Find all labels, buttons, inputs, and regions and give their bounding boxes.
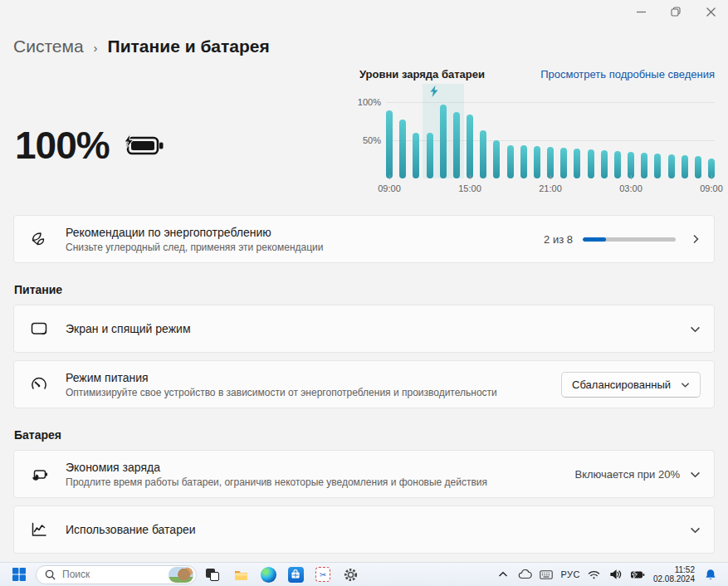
power-mode-gauge-icon	[29, 374, 49, 394]
recommendations-progress-label: 2 из 8	[544, 233, 573, 246]
breadcrumb-system[interactable]: Система	[13, 37, 84, 56]
edge-browser-button[interactable]	[257, 564, 279, 585]
x-axis-label: 21:00	[539, 183, 562, 193]
x-axis-label: 15:00	[458, 183, 481, 193]
recommendations-subtitle: Снизьте углеродный след, применяя эти ре…	[66, 242, 534, 253]
battery-level-bar	[427, 133, 433, 178]
taskbar-search[interactable]	[36, 565, 197, 584]
recommendations-title: Рекомендации по энергопотреблению	[66, 226, 534, 239]
battery-level-bar	[413, 133, 419, 178]
screen-sleep-title: Экран и спящий режим	[66, 322, 680, 335]
x-axis-label: 09:00	[378, 183, 401, 193]
battery-summary: 100%	[13, 63, 359, 188]
battery-level-bar	[386, 110, 393, 178]
view-details-link[interactable]: Просмотреть подробные сведения	[540, 68, 715, 81]
chart-title: Уровни заряда батареи	[359, 68, 485, 81]
screen-sleep-card[interactable]: Экран и спящий режим	[13, 305, 715, 353]
page-title: Питание и батарея	[108, 37, 270, 56]
search-icon	[45, 569, 56, 580]
breadcrumb: Система › Питание и батарея	[13, 37, 715, 56]
battery-level-bar	[695, 156, 701, 178]
start-button[interactable]	[8, 564, 30, 585]
touch-keyboard-icon[interactable]	[537, 564, 555, 585]
battery-level-bar	[682, 155, 688, 178]
battery-level-bar	[480, 130, 486, 178]
chevron-right-icon	[691, 234, 701, 244]
battery-chart-plot: 09:0015:0021:0003:0009:00	[386, 102, 715, 178]
battery-level-bar	[399, 120, 406, 178]
system-tray: РУС 11:52 02.08.2024	[494, 564, 720, 585]
battery-level-bar	[641, 153, 647, 178]
battery-level-bar	[467, 115, 473, 178]
tray-battery-charging-icon[interactable]	[628, 564, 647, 585]
battery-charging-icon	[121, 133, 164, 158]
restore-button[interactable]	[658, 0, 693, 23]
battery-percent: 100%	[15, 123, 110, 168]
energy-recommendations-card[interactable]: Рекомендации по энергопотреблению Снизьт…	[13, 215, 715, 263]
power-mode-dropdown-value: Сбалансированный	[572, 378, 671, 391]
x-axis-tick	[631, 175, 632, 179]
power-mode-card[interactable]: Режим питания Оптимизируйте свое устройс…	[13, 360, 715, 408]
battery-saver-card[interactable]: Экономия заряда Продлите время работы ба…	[13, 450, 715, 498]
file-explorer-button[interactable]	[230, 564, 252, 585]
x-axis-tick	[550, 175, 551, 179]
section-battery-label: Батарея	[14, 428, 715, 442]
battery-usage-chart-icon	[29, 520, 49, 540]
task-view-button[interactable]	[203, 564, 224, 585]
chevron-down-icon[interactable]	[690, 324, 701, 335]
battery-level-bar	[547, 147, 554, 178]
x-axis-label: 09:00	[700, 183, 723, 193]
notifications-bell-icon[interactable]	[701, 564, 720, 585]
power-mode-dropdown[interactable]: Сбалансированный	[561, 372, 701, 398]
snipping-tool-button[interactable]: ✂	[312, 564, 334, 585]
chart-y-axis: 100% 50%	[359, 102, 386, 178]
battery-hero: 100% Уровни заряда батареи Просмотреть п…	[13, 63, 715, 198]
y-tick-100: 100%	[358, 97, 381, 107]
battery-level-bar	[493, 140, 500, 178]
x-axis-tick	[389, 175, 390, 179]
battery-level-bar	[453, 112, 460, 178]
microsoft-store-button[interactable]	[285, 564, 306, 585]
battery-saver-subtitle: Продлите время работы батареи, ограничив…	[66, 476, 565, 488]
volume-icon[interactable]	[607, 564, 625, 585]
battery-level-bar	[614, 151, 621, 178]
settings-button[interactable]	[340, 564, 361, 585]
battery-level-bar	[588, 149, 594, 178]
search-highlight-image[interactable]	[169, 567, 193, 583]
breadcrumb-separator-icon: ›	[94, 41, 98, 55]
recommendations-progress-fill	[583, 237, 606, 242]
search-input[interactable]	[62, 569, 162, 580]
chevron-down-icon	[681, 380, 690, 389]
taskbar: ✂ РУС	[0, 562, 728, 586]
clock[interactable]: 11:52 02.08.2024	[650, 565, 698, 584]
eco-leaf-icon	[29, 229, 49, 249]
wifi-icon[interactable]	[585, 564, 603, 585]
battery-level-bar	[560, 148, 567, 178]
battery-level-bar	[520, 145, 527, 178]
onedrive-cloud-icon[interactable]	[515, 564, 534, 585]
display-sleep-icon	[29, 319, 49, 339]
chevron-down-icon[interactable]	[690, 525, 701, 535]
battery-level-bar	[668, 154, 675, 178]
minimize-button[interactable]	[623, 0, 658, 23]
chevron-down-icon[interactable]	[690, 469, 701, 480]
battery-saver-icon	[29, 464, 49, 484]
battery-level-chart: Уровни заряда батареи Просмотреть подроб…	[359, 63, 715, 198]
battery-saver-value: Включается при 20%	[575, 468, 680, 481]
battery-usage-card[interactable]: Использование батареи	[13, 505, 715, 554]
power-mode-subtitle: Оптимизируйте свое устройство в зависимо…	[66, 387, 551, 398]
window-titlebar	[0, 0, 728, 23]
x-axis-tick	[711, 175, 712, 179]
battery-level-bar	[507, 145, 514, 178]
battery-level-bar	[574, 149, 580, 178]
tray-chevron-up-icon[interactable]	[494, 564, 512, 585]
chart-charging-bolt-icon	[430, 85, 438, 97]
x-axis-label: 03:00	[619, 183, 642, 193]
battery-level-bar	[654, 154, 661, 178]
section-power-label: Питание	[14, 283, 715, 296]
battery-saver-title: Экономия заряда	[66, 461, 565, 474]
close-button[interactable]	[693, 0, 728, 23]
language-indicator[interactable]: РУС	[559, 564, 582, 585]
y-tick-50: 50%	[363, 135, 381, 145]
power-mode-title: Режим питания	[66, 371, 551, 384]
